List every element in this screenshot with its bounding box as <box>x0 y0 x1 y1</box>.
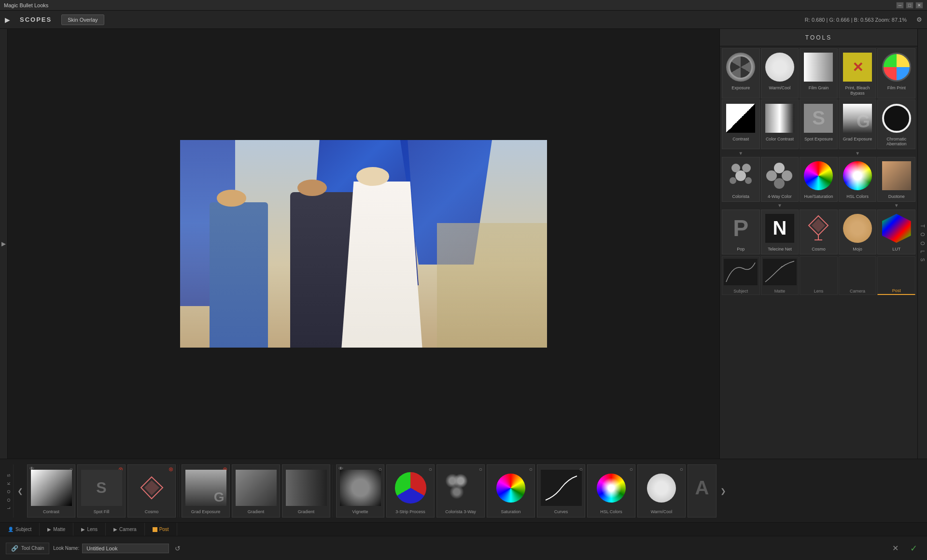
filmstrip-right-arrow[interactable]: ❯ <box>718 464 728 518</box>
film-label-contrast: Contrast <box>43 509 59 514</box>
dropdown-arrow-3[interactable]: ▼ <box>777 203 782 208</box>
tool-duotone[interactable]: Duotone <box>877 157 915 202</box>
film-close-colorista3way[interactable]: ○ <box>479 466 482 473</box>
tool-chromatic-aberration[interactable]: Chromatic Aberration <box>877 99 915 150</box>
reset-button[interactable]: ↺ <box>172 544 183 553</box>
tool-print-bleach[interactable]: ✕ Print, Bleach Bypass <box>839 48 877 98</box>
film-item-warm-cool[interactable]: ○ Warm/Cool <box>637 464 686 518</box>
section-tab-camera[interactable]: Camera <box>839 256 877 295</box>
tools-row-1: Exposure Warm/Cool Film Grain <box>722 48 915 98</box>
nav-arrow[interactable]: ▶ <box>5 16 10 24</box>
film-close-curves[interactable]: ○ <box>579 466 583 473</box>
tool-exposure[interactable]: Exposure <box>722 48 760 98</box>
camera-section-icon: ▶ <box>113 527 117 532</box>
film-label-gradient1: Gradient <box>248 509 265 514</box>
section-subject[interactable]: 👤 Subject <box>0 523 40 536</box>
film-item-a[interactable]: A <box>688 464 716 518</box>
section-matte[interactable]: ▶ Matte <box>40 523 73 536</box>
film-item-colorista3way[interactable]: ○ Colorista 3-Way <box>436 464 485 518</box>
section-lens[interactable]: ▶ Lens <box>73 523 106 536</box>
confirm-button[interactable]: ✓ <box>906 542 921 555</box>
tool-hsl-colors[interactable]: HSL Colors <box>839 157 877 202</box>
lookname-label: Look Name: <box>53 546 79 551</box>
film-eye-contrast[interactable]: 👁 <box>29 466 34 471</box>
film-label-hsl-colors: HSL Colors <box>600 509 622 514</box>
maximize-button[interactable]: □ <box>906 2 913 9</box>
film-label-gradient2: Gradient <box>298 509 315 514</box>
tool-telecine-net[interactable]: N Telecine Net <box>761 210 799 254</box>
tool-colorista[interactable]: Colorista <box>722 157 760 202</box>
tool-hue-saturation[interactable]: Hue/Saturation <box>800 157 838 202</box>
tool-spot-exposure[interactable]: S Spot Exposure <box>800 99 838 150</box>
film-label-curves: Curves <box>554 509 568 514</box>
film-item-contrast[interactable]: 👁 ○ Contrast <box>27 464 75 518</box>
camera-section-label: Camera <box>119 527 137 532</box>
film-item-cosmo[interactable]: ⊗ Cosmo <box>127 464 176 518</box>
left-collapse-arrow[interactable]: ▶ <box>0 29 8 459</box>
tool-lut[interactable]: LUT <box>877 210 915 254</box>
section-tabs-area: Subject Matte Lens <box>722 256 915 295</box>
tool-film-grain[interactable]: Film Grain <box>800 48 838 98</box>
section-tab-post[interactable]: Post <box>877 256 915 295</box>
close-button[interactable]: ✕ <box>915 2 923 9</box>
filmstrip-spacer-2 <box>332 464 334 518</box>
film-item-saturation[interactable]: ○ Saturation <box>487 464 535 518</box>
settings-icon[interactable]: ⚙ <box>916 16 922 23</box>
dropdown-arrow-1[interactable]: ▼ <box>738 151 743 156</box>
preview-area <box>8 29 719 459</box>
film-item-vignette[interactable]: 👁 ○ Vignette <box>336 464 384 518</box>
tool-contrast[interactable]: Contrast <box>722 99 760 150</box>
film-label-colorista3way: Colorista 3-Way <box>445 509 476 514</box>
film-close-vignette[interactable]: ○ <box>379 466 382 473</box>
toolchain-label: Tool Chain <box>21 546 44 551</box>
section-tab-lens[interactable]: Lens <box>800 256 838 295</box>
film-close-warm-cool[interactable]: ○ <box>680 466 683 473</box>
film-item-3strip[interactable]: ○ 3-Strip Process <box>386 464 435 518</box>
lens-section-icon: ▶ <box>81 527 85 532</box>
subject-tab-label: Subject <box>732 288 749 294</box>
section-camera[interactable]: ▶ Camera <box>106 523 145 536</box>
section-tab-subject[interactable]: Subject <box>722 256 760 295</box>
film-item-gradient2[interactable]: Gradient <box>282 464 330 518</box>
tool-color-contrast[interactable]: Color Contrast <box>761 99 799 150</box>
subject-section-icon: 👤 <box>8 527 14 532</box>
svg-rect-5 <box>763 259 797 285</box>
tool-warm-cool[interactable]: Warm/Cool <box>761 48 799 98</box>
right-tools-label[interactable]: T O O L S <box>917 29 927 459</box>
film-label-warm-cool: Warm/Cool <box>651 509 673 514</box>
lens-tab-label: Lens <box>813 288 825 294</box>
lookname-input[interactable] <box>82 544 169 553</box>
section-tab-matte[interactable]: Matte <box>761 256 799 295</box>
film-close-hsl-colors[interactable]: ○ <box>630 466 633 473</box>
film-eye-vignette[interactable]: 👁 <box>338 466 343 471</box>
film-close-saturation[interactable]: ○ <box>529 466 533 473</box>
filmstrip-left-arrow[interactable]: ❮ <box>15 464 25 518</box>
film-close-contrast[interactable]: ○ <box>70 466 73 473</box>
tool-film-print[interactable]: Film Print <box>877 48 915 98</box>
tool-grad-exposure[interactable]: G Grad Exposure <box>839 99 877 150</box>
film-item-grad-exposure[interactable]: ⊗ G Grad Exposure <box>182 464 230 518</box>
filmstrip-spacer-1 <box>178 464 180 518</box>
post-section-label: Post <box>159 527 169 532</box>
post-tab-label: Post <box>891 287 902 294</box>
color-info: R: 0.680 | G: 0.666 | B: 0.563 Zoom: 87.… <box>805 17 907 23</box>
dropdown-row-2: ▼ ▼ <box>722 203 915 209</box>
section-post[interactable]: Post <box>145 523 177 536</box>
tool-4way-color[interactable]: 4-Way Color <box>761 157 799 202</box>
film-item-gradient1[interactable]: Gradient <box>232 464 280 518</box>
tools-panel: TOOLS Exposure Warm/Cool <box>719 29 917 459</box>
dropdown-arrow-2[interactable]: ▼ <box>855 151 860 156</box>
looks-label: L O O K S <box>6 472 11 509</box>
tool-mojo[interactable]: Mojo <box>839 210 877 254</box>
film-close-cosmo[interactable]: ⊗ <box>169 466 173 473</box>
minimize-button[interactable]: ─ <box>896 2 904 9</box>
film-item-spot-fill[interactable]: ⊗ S Spot Fill <box>77 464 126 518</box>
close-button-bottom[interactable]: ✕ <box>888 543 902 554</box>
skin-overlay-button[interactable]: Skin Overlay <box>61 14 104 25</box>
film-item-hsl-colors[interactable]: ○ HSL Colors <box>587 464 635 518</box>
tool-pop[interactable]: P Pop <box>722 210 760 254</box>
dropdown-arrow-4[interactable]: ▼ <box>894 203 899 208</box>
film-close-3strip[interactable]: ○ <box>429 466 432 473</box>
tool-cosmo[interactable]: Cosmo <box>800 210 838 254</box>
film-item-curves[interactable]: ○ Curves <box>537 464 585 518</box>
